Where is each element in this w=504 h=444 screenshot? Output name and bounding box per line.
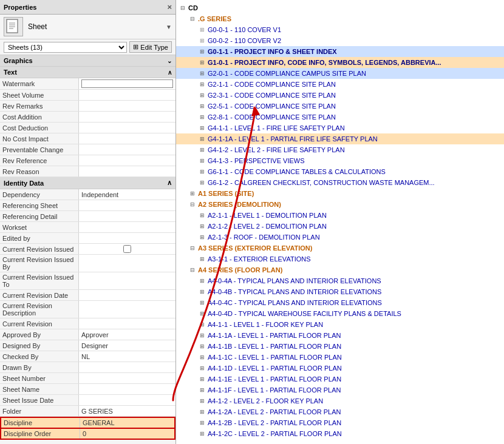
tree-node[interactable]: ⊞G0-0-2 - 110 COVER V2 — [176, 35, 504, 46]
graphics-section-header[interactable]: Graphics ⌄ — [0, 55, 175, 67]
tree-toggle-icon[interactable]: ⊞ — [198, 298, 206, 308]
tree-toggle-icon[interactable]: ⊞ — [198, 123, 206, 133]
tree-node[interactable]: ⊞G2-3-1 - CODE COMPLIANCE SITE PLAN — [176, 90, 504, 101]
tree-node[interactable]: ⊞G2-5-1 - CODE COMPLIANCE SITE PLAN — [176, 101, 504, 112]
tree-node[interactable]: ⊞A3-1-1 - EXTERIOR ELEVATIONS — [176, 254, 504, 264]
text-section-header[interactable]: Text ∧ — [0, 67, 175, 78]
tree-toggle-icon[interactable]: ⊞ — [198, 407, 206, 417]
tree-toggle-icon[interactable]: ⊞ — [198, 112, 206, 122]
identity-section-header[interactable]: Identity Data ∧ — [0, 177, 175, 189]
tree-node[interactable]: ⊞A4-0-4A - TYPICAL PLANS AND INTERIOR EL… — [176, 275, 504, 286]
tree-node[interactable]: ⊞A1 SERIES (SITE) — [176, 188, 504, 199]
tree-node[interactable]: ⊞A4-1-1F - LEVEL 1 - PARTIAL FLOOR PLAN — [176, 385, 504, 395]
tree-node[interactable]: ⊞A2-1-2 - LEVEL 2 - DEMOLITION PLAN — [176, 221, 504, 232]
close-button[interactable]: × — [167, 2, 172, 12]
tree-node[interactable]: ⊞A4-1-2B - LEVEL 2 - PARTIAL FLOOR PLAN — [176, 417, 504, 428]
tree-node[interactable]: ⊞A4-1-1B - LEVEL 1 - PARTIAL FLOOR PLAN — [176, 341, 504, 352]
tree-node[interactable]: ⊞G4-1-2 - LEVEL 2 - FIRE LIFE SAFETY PLA… — [176, 144, 504, 155]
tree-toggle-icon[interactable]: ⊞ — [198, 331, 206, 340]
tree-toggle-icon[interactable]: ⊞ — [198, 374, 206, 384]
tree-node[interactable]: ⊟CD — [176, 2, 504, 13]
edit-type-button[interactable]: ⊞ Edit Type — [129, 41, 172, 53]
tree-toggle-icon[interactable]: ⊞ — [198, 320, 206, 329]
tree-toggle-icon[interactable]: ⊞ — [198, 287, 206, 297]
tree-node[interactable]: ⊞G4-1-3 - PERSPECTIVE VIEWS — [176, 155, 504, 166]
tree-toggle-icon[interactable]: ⊞ — [198, 69, 206, 78]
prop-label-sheet-issue-date: Sheet Issue Date — [0, 395, 79, 405]
tree-node[interactable]: ⊞A4-0-4C - TYPICAL PLANS AND INTERIOR EL… — [176, 297, 504, 308]
tree-node[interactable]: ⊞G1-0-1 - PROJECT INFO, CODE INFO, SYMBO… — [176, 57, 504, 68]
tree-node[interactable]: ⊞G4-1-1A - LEVEL 1 - PARTIAL FIRE LIFE S… — [176, 133, 504, 144]
tree-toggle-icon[interactable]: ⊞ — [198, 134, 206, 144]
tree-node[interactable]: ⊞A4-1-1C - LEVEL 1 - PARTIAL FLOOR PLAN — [176, 352, 504, 363]
tree-toggle-icon[interactable]: ⊞ — [198, 429, 206, 439]
tree-toggle-icon[interactable]: ⊟ — [188, 243, 197, 253]
tree-node[interactable]: ⊞G2-0-1 - CODE COMPLIANCE CAMPUS SITE PL… — [176, 68, 504, 79]
current-rev-issued-checkbox[interactable] — [81, 245, 173, 253]
tree-node[interactable]: ⊟.G SERIES — [176, 13, 504, 24]
tree-toggle-icon[interactable]: ⊞ — [198, 418, 206, 428]
tree-toggle-icon[interactable]: ⊞ — [198, 25, 206, 35]
tree-node[interactable]: ⊞A4-1-2C - LEVEL 2 - PARTIAL FLOOR PLAN — [176, 428, 504, 439]
tree-toggle-icon[interactable]: ⊞ — [198, 156, 206, 166]
tree-toggle-icon[interactable]: ⊞ — [198, 396, 206, 406]
tree-toggle-icon[interactable]: ⊞ — [198, 47, 206, 56]
tree-toggle-icon[interactable]: ⊞ — [198, 178, 206, 187]
tree-toggle-icon[interactable]: ⊞ — [198, 385, 206, 395]
sheets-row: Sheets (13) ⊞ Edit Type — [0, 39, 175, 55]
tree-toggle-icon[interactable]: ⊞ — [198, 254, 206, 264]
tree-toggle-icon[interactable]: ⊞ — [198, 341, 206, 351]
tree-toggle-icon[interactable]: ⊟ — [188, 200, 197, 209]
tree-toggle-icon[interactable]: ⊞ — [198, 352, 206, 362]
tree-node[interactable]: ⊞G6-1-1 - CODE COMPLIANCE TABLES & CALCU… — [176, 166, 504, 177]
tree-node[interactable]: ⊟A3 SERIES (EXTERIOR ELEVATION) — [176, 243, 504, 254]
tree-toggle-icon[interactable]: ⊞ — [198, 276, 206, 286]
tree-toggle-icon[interactable]: ⊞ — [198, 36, 206, 45]
tree-toggle-icon[interactable]: ⊞ — [198, 101, 206, 111]
tree-node[interactable]: ⊞G2-1-1 - CODE COMPLIANCE SITE PLAN — [176, 79, 504, 90]
tree-toggle-icon[interactable]: ⊞ — [198, 58, 206, 67]
tree-node[interactable]: ⊞G6-1-2 - CALGREEN CHECKLIST, CONSTRUCTI… — [176, 177, 504, 188]
tree-toggle-icon[interactable]: ⊞ — [198, 309, 206, 318]
tree-node[interactable]: ⊞A4-1-2 - LEVEL 2 - FLOOR KEY PLAN — [176, 395, 504, 406]
tree-node[interactable]: ⊞A4-1-2A - LEVEL 2 - PARTIAL FLOOR PLAN — [176, 406, 504, 417]
tree-node[interactable]: ⊞A2-1-3 - ROOF - DEMOLITION PLAN — [176, 232, 504, 243]
tree-toggle-icon[interactable]: ⊟ — [188, 14, 197, 24]
tree-node[interactable]: ⊞G0-0-1 - 110 COVER V1 — [176, 24, 504, 35]
tree-toggle-icon[interactable]: ⊞ — [198, 232, 206, 242]
tree-node[interactable]: ⊞G0-1-1 - PROJECT INFO & SHEET INDEX — [176, 46, 504, 57]
tree-toggle-icon[interactable]: ⊞ — [198, 210, 206, 220]
tree-node[interactable]: ⊞A4-0-4D - TYPICAL WAREHOUSE FACILITY PL… — [176, 308, 504, 319]
identity-section-arrow: ∧ — [167, 179, 172, 187]
tree-toggle-icon[interactable]: ⊞ — [198, 221, 206, 231]
prop-value-watermark[interactable] — [79, 78, 175, 89]
prop-value-current-rev-issued[interactable] — [79, 244, 175, 254]
tree-node[interactable]: ⊞G4-1-1 - LEVEL 1 - FIRE LIFE SAFETY PLA… — [176, 123, 504, 133]
tree-node-label: G6-1-2 - CALGREEN CHECKLIST, CONSTRUCTIO… — [206, 178, 435, 187]
watermark-input[interactable] — [81, 79, 173, 88]
sheet-dropdown-arrow[interactable]: ▼ — [166, 24, 172, 30]
tree-node[interactable]: ⊞G2-8-1 - CODE COMPLIANCE SITE PLAN — [176, 112, 504, 123]
tree-toggle-icon[interactable]: ⊟ — [188, 265, 197, 275]
tree-toggle-icon[interactable]: ⊞ — [198, 90, 206, 100]
tree-node[interactable]: ⊟A2 SERIES (DEMOLITION) — [176, 199, 504, 210]
tree-toggle-icon[interactable]: ⊞ — [198, 145, 206, 155]
tree-node[interactable]: ⊞A2-1-1 - LEVEL 1 - DEMOLITION PLAN — [176, 210, 504, 221]
tree-node-label: A4-0-4C - TYPICAL PLANS AND INTERIOR ELE… — [206, 298, 382, 308]
tree-toggle-icon[interactable]: ⊟ — [179, 3, 187, 13]
tree-node[interactable]: ⊟A4 SERIES (FLOOR PLAN) — [176, 264, 504, 275]
tree-toggle-icon[interactable]: ⊞ — [198, 363, 206, 373]
prop-value-current-revision — [79, 318, 175, 329]
tree-toggle-icon[interactable]: ⊞ — [188, 189, 197, 198]
sheets-count-select[interactable]: Sheets (13) — [4, 42, 127, 53]
tree-node[interactable]: ⊞A4-1-1A - LEVEL 1 - PARTIAL FLOOR PLAN — [176, 330, 504, 341]
tree-toggle-icon[interactable]: ⊞ — [198, 167, 206, 177]
tree-node[interactable]: ⊞A4-1-1E - LEVEL 1 - PARTIAL FLOOR PLAN — [176, 374, 504, 385]
prop-label-checked-by: Checked By — [0, 351, 79, 362]
tree-node[interactable]: ⊞A4-1-1D - LEVEL 1 - PARTIAL FLOOR PLAN — [176, 363, 504, 374]
tree-node-label: G4-1-3 - PERSPECTIVE VIEWS — [206, 156, 305, 166]
tree-toggle-icon[interactable]: ⊞ — [198, 79, 206, 89]
prop-label-dependency: Dependency — [0, 189, 79, 200]
tree-node[interactable]: ⊞A4-0-4B - TYPICAL PLANS AND INTERIOR EL… — [176, 286, 504, 297]
tree-node[interactable]: ⊞A4-1-1 - LEVEL 1 - FLOOR KEY PLAN — [176, 319, 504, 330]
